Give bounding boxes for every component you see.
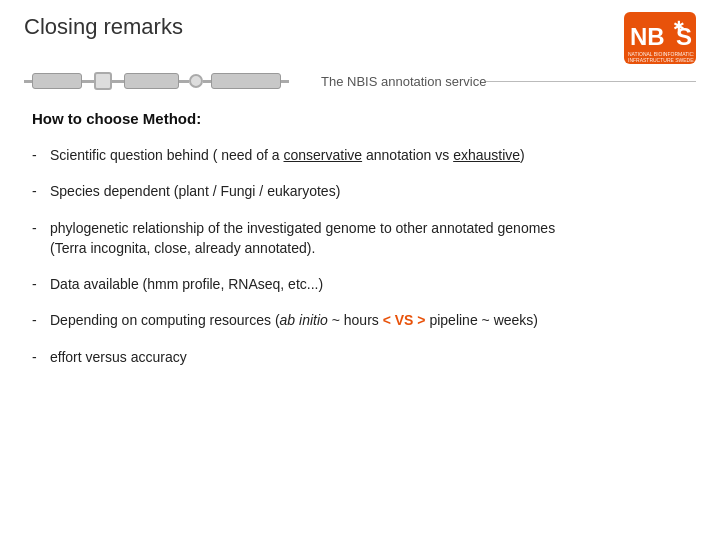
bullet-dash: - [32, 181, 50, 201]
header: Closing remarks NB ✱ S NATIONAL BIOINFOR… [24, 12, 696, 64]
divider-line [486, 81, 696, 82]
bullet-text: Species dependent (plant / Fungi / eukar… [50, 181, 688, 201]
svg-text:S: S [676, 23, 692, 50]
bullet-dash: - [32, 145, 50, 165]
bullet-text: effort versus accuracy [50, 347, 688, 367]
bullet-text: Depending on computing resources (ab ini… [50, 310, 688, 330]
bullet-list: - Scientific question behind ( need of a… [32, 145, 688, 367]
list-item: - phylogenetic relationship of the inves… [32, 218, 688, 259]
conservative-text: conservative [284, 147, 363, 163]
gene-model [24, 73, 289, 89]
bullet-dash: - [32, 310, 50, 330]
bullet-dash: - [32, 274, 50, 294]
divider-area: The NBIS annotation service [24, 70, 696, 92]
bullet-dash: - [32, 218, 50, 238]
logo-area: NB ✱ S NATIONAL BIOINFORMATICS INFRASTRU… [624, 12, 696, 64]
bullet-text: phylogenetic relationship of the investi… [50, 218, 688, 259]
svg-text:NB: NB [630, 23, 665, 50]
content: How to choose Method: - Scientific quest… [24, 110, 696, 367]
bullet-text: Data available (hmm profile, RNAseq, etc… [50, 274, 688, 294]
list-item: - Data available (hmm profile, RNAseq, e… [32, 274, 688, 294]
vs-text: < VS > [383, 312, 426, 328]
list-item: - Species dependent (plant / Fungi / euk… [32, 181, 688, 201]
ab-initio-text: ab initio [280, 312, 328, 328]
page-title: Closing remarks [24, 14, 183, 40]
svg-text:INFRASTRUCTURE SWEDEN: INFRASTRUCTURE SWEDEN [628, 57, 694, 63]
exhaustive-text: exhaustive [453, 147, 520, 163]
slide: Closing remarks NB ✱ S NATIONAL BIOINFOR… [0, 0, 720, 540]
list-item: - Depending on computing resources (ab i… [32, 310, 688, 330]
bullet-text: Scientific question behind ( need of a c… [50, 145, 688, 165]
logo-svg: NB ✱ S NATIONAL BIOINFORMATICS INFRASTRU… [626, 13, 694, 63]
section-title: How to choose Method: [32, 110, 688, 127]
list-item: - effort versus accuracy [32, 347, 688, 367]
bullet-dash: - [32, 347, 50, 367]
nbis-logo: NB ✱ S NATIONAL BIOINFORMATICS INFRASTRU… [624, 12, 696, 64]
list-item: - Scientific question behind ( need of a… [32, 145, 688, 165]
service-label: The NBIS annotation service [321, 74, 486, 89]
